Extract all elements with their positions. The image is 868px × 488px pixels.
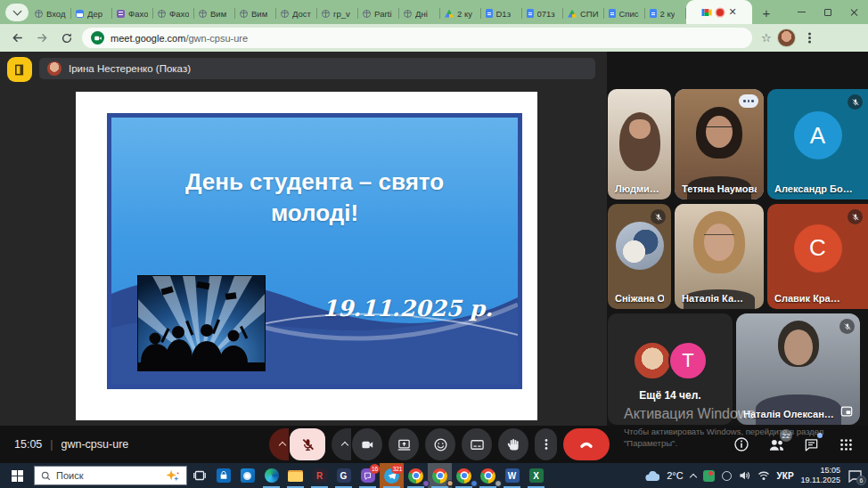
activities-button[interactable] bbox=[836, 435, 856, 454]
globe-favicon bbox=[281, 10, 289, 18]
close-tab-icon[interactable]: ✕ bbox=[728, 7, 736, 17]
taskbar-search[interactable]: Поиск bbox=[34, 466, 187, 485]
tab-search-button[interactable] bbox=[5, 4, 29, 21]
globe-favicon bbox=[322, 10, 330, 18]
browser-profile-avatar[interactable] bbox=[777, 28, 796, 47]
chevron-down-icon bbox=[12, 7, 21, 16]
participant-tile[interactable]: Людми… bbox=[608, 89, 671, 199]
close-window-button[interactable] bbox=[841, 0, 868, 24]
maximize-button[interactable] bbox=[815, 0, 841, 24]
bookmark-star-icon[interactable]: ☆ bbox=[761, 31, 772, 45]
address-bar[interactable]: meet.google.com/gwn-cpsu-ure bbox=[82, 28, 752, 48]
file-explorer-icon bbox=[288, 470, 303, 482]
chrome-icon bbox=[408, 468, 423, 484]
volume-icon[interactable] bbox=[739, 470, 750, 481]
telegram-button[interactable]: 321 bbox=[380, 463, 404, 488]
r-app-icon: R bbox=[313, 468, 327, 483]
outlook-button[interactable] bbox=[235, 463, 259, 488]
picture-in-picture-button[interactable] bbox=[839, 403, 855, 419]
tray-clock[interactable]: 15:05 19.11.2025 bbox=[801, 466, 840, 486]
self-view-tile[interactable]: Наталія Олексан… bbox=[736, 313, 860, 425]
captions-button[interactable] bbox=[462, 428, 492, 460]
participants-button[interactable]: 22 bbox=[766, 435, 786, 454]
start-button[interactable] bbox=[0, 463, 34, 488]
raise-hand-button[interactable] bbox=[498, 428, 528, 460]
chrome-profile3-button[interactable] bbox=[452, 463, 476, 488]
reload-button[interactable] bbox=[57, 28, 77, 48]
browser-tab[interactable]: Дер bbox=[71, 3, 112, 24]
tray-app-icon[interactable] bbox=[722, 471, 732, 481]
hidden-icons-chevron[interactable] bbox=[689, 473, 696, 480]
chat-button[interactable] bbox=[801, 435, 821, 454]
presenter-avatar bbox=[47, 61, 61, 76]
tab-label: СПИ bbox=[580, 9, 599, 19]
action-center-button[interactable]: 6 bbox=[848, 469, 863, 483]
browser-tab[interactable]: D1з bbox=[481, 3, 522, 24]
docs-favicon bbox=[609, 9, 616, 18]
end-call-button[interactable] bbox=[563, 428, 610, 460]
browser-tab[interactable]: Фахо bbox=[112, 3, 153, 24]
browser-tab[interactable]: Дні bbox=[399, 3, 440, 24]
language-indicator[interactable]: УКР bbox=[777, 471, 794, 481]
mic-options-button[interactable] bbox=[269, 428, 289, 460]
browser-tab[interactable]: 2 ку bbox=[440, 3, 481, 24]
word-button[interactable]: W bbox=[500, 463, 524, 488]
reactions-button[interactable] bbox=[425, 428, 455, 460]
task-view-icon bbox=[193, 469, 206, 482]
browser-tab[interactable]: Parti bbox=[358, 3, 399, 24]
participant-tile[interactable]: С Славик Кра… bbox=[767, 204, 868, 309]
chrome-profile4-button[interactable] bbox=[476, 463, 500, 488]
active-tab-meet[interactable]: ✕ bbox=[686, 0, 752, 24]
network-icon[interactable] bbox=[757, 470, 770, 481]
more-options-button[interactable] bbox=[535, 428, 557, 460]
weather-temperature[interactable]: 2°C bbox=[667, 470, 683, 481]
meeting-details-button[interactable] bbox=[732, 435, 751, 454]
back-to-home-button[interactable] bbox=[7, 57, 32, 82]
mic-muted-icon bbox=[848, 209, 863, 224]
browser-tab[interactable]: СПИ bbox=[563, 3, 604, 24]
browser-tab[interactable]: Вим bbox=[194, 3, 235, 24]
edge-button[interactable] bbox=[259, 463, 283, 488]
drive-favicon bbox=[568, 10, 577, 18]
file-explorer-button[interactable] bbox=[283, 463, 307, 488]
r-app-button[interactable]: R bbox=[307, 463, 332, 488]
mic-mute-button[interactable] bbox=[290, 428, 325, 460]
task-view-button[interactable] bbox=[187, 463, 211, 488]
chrome-profile1-button[interactable] bbox=[404, 463, 428, 488]
camera-button[interactable] bbox=[352, 428, 382, 460]
back-button[interactable] bbox=[7, 28, 27, 48]
new-tab-button[interactable]: + bbox=[757, 4, 775, 21]
browser-tab[interactable]: 071з bbox=[522, 3, 563, 24]
browser-menu-icon[interactable] bbox=[808, 37, 811, 39]
browser-tab[interactable]: гр_v bbox=[317, 3, 358, 24]
tab-label: Дост bbox=[292, 9, 311, 19]
g-app-button[interactable]: G bbox=[332, 463, 356, 488]
chrome-icon bbox=[432, 468, 447, 484]
chrome-profile2-button[interactable] bbox=[428, 463, 452, 488]
ms-store-button[interactable] bbox=[211, 463, 235, 488]
chevron-up-icon bbox=[279, 442, 286, 449]
browser-tab[interactable]: Дост bbox=[276, 3, 317, 24]
participant-tile[interactable]: Сніжана Ос… bbox=[608, 204, 671, 309]
excel-button[interactable]: X bbox=[524, 463, 548, 488]
present-button[interactable] bbox=[389, 428, 419, 460]
browser-tab[interactable]: Вход bbox=[30, 3, 71, 24]
minimize-button[interactable] bbox=[788, 0, 815, 24]
participant-tile[interactable]: Наталія Ка… bbox=[675, 204, 764, 309]
chrome-profile-badge bbox=[446, 480, 454, 487]
docs-favicon bbox=[527, 9, 534, 18]
forward-button[interactable] bbox=[32, 28, 52, 48]
browser-tab[interactable]: Вим bbox=[235, 3, 276, 24]
participant-tile[interactable]: Тетяна Наумова bbox=[675, 89, 764, 199]
browser-tab[interactable]: Спис bbox=[604, 3, 645, 24]
more-participants-tile[interactable]: Т Ещё 14 чел. bbox=[608, 313, 733, 425]
system-tray: 2°C УКР 15:05 19.11.2025 6 bbox=[644, 463, 868, 488]
browser-tab[interactable]: Фахо bbox=[153, 3, 194, 24]
participant-tile[interactable]: А Александр Бо… bbox=[767, 89, 868, 199]
viber-button[interactable]: 16 bbox=[356, 463, 380, 488]
camera-options-button[interactable] bbox=[332, 428, 351, 460]
camera-control bbox=[332, 428, 382, 460]
browser-tab[interactable]: 2 ку bbox=[645, 3, 686, 24]
tile-menu-button[interactable] bbox=[739, 94, 758, 108]
recorder-tray-icon[interactable] bbox=[703, 470, 715, 482]
